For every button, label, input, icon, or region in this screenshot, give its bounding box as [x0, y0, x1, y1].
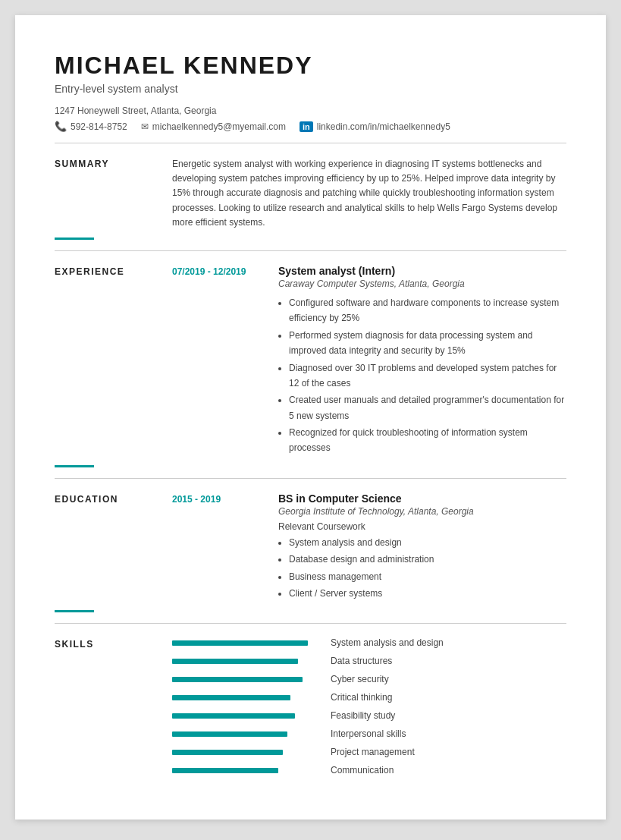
skill-bar-container [172, 713, 320, 719]
skill-bar-container [172, 731, 320, 737]
skills-heading: SKILLS [55, 639, 172, 650]
summary-label-col: SUMMARY [55, 157, 172, 230]
skill-row: Data structures [172, 656, 566, 666]
phone-number: 592-814-8752 [71, 121, 127, 132]
coursework-bullets: System analysis and design Database desi… [278, 535, 566, 602]
summary-text: Energetic system analyst with working ex… [172, 157, 566, 230]
skills-section: SKILLS System analysis and designData st… [55, 637, 566, 783]
skill-bar [172, 677, 303, 682]
linkedin-icon: in [300, 121, 313, 132]
experience-row: EXPERIENCE 07/2019 - 12/2019 System anal… [55, 265, 566, 458]
company-name: Caraway Computer Systems, Atlanta, Georg… [278, 278, 566, 289]
bullet-1: Configured software and hardware compone… [289, 295, 566, 326]
experience-accent-bar [55, 465, 94, 467]
email-icon: ✉ [141, 121, 149, 132]
course-1: System analysis and design [289, 535, 566, 550]
address: 1247 Honeywell Street, Atlanta, Georgia [55, 105, 566, 116]
summary-content: Energetic system analyst with working ex… [172, 157, 566, 230]
header: MICHAEL KENNEDY Entry-level system analy… [55, 52, 566, 143]
education-date: 2015 - 2019 [172, 494, 278, 505]
skill-bar [172, 768, 278, 773]
skill-bar-container [172, 750, 320, 755]
header-divider [55, 143, 566, 143]
email-contact: ✉ michaelkennedy5@myemail.com [141, 121, 286, 132]
education-divider [55, 623, 566, 624]
skill-row: System analysis and design [172, 637, 566, 648]
phone-icon: 📞 [55, 121, 67, 132]
bullet-3: Diagnosed over 30 IT problems and develo… [289, 360, 566, 392]
skill-row: Feasibility study [172, 710, 566, 721]
summary-section: SUMMARY Energetic system analyst with wo… [55, 157, 566, 251]
skill-bar-container [172, 640, 320, 646]
phone-contact: 📞 592-814-8752 [55, 121, 127, 132]
email-address: michaelkennedy5@myemail.com [152, 121, 286, 132]
contact-row: 📞 592-814-8752 ✉ michaelkennedy5@myemail… [55, 121, 566, 132]
skill-name: Communication [331, 765, 394, 776]
experience-date-col: 07/2019 - 12/2019 [172, 265, 278, 458]
skill-row: Project management [172, 747, 566, 757]
skills-bars: System analysis and designData structure… [172, 637, 566, 783]
skill-row: Cyber security [172, 674, 566, 684]
education-row: EDUCATION 2015 - 2019 BS in Computer Sci… [55, 492, 566, 603]
summary-row: SUMMARY Energetic system analyst with wo… [55, 157, 566, 230]
experience-heading: EXPERIENCE [55, 266, 172, 277]
bullet-4: Created user manuals and detailed progra… [289, 392, 566, 423]
skill-bar-container [172, 695, 320, 700]
education-accent-bar [55, 610, 94, 612]
experience-date: 07/2019 - 12/2019 [172, 266, 278, 277]
bullet-5: Recognized for quick troubleshooting of … [289, 425, 566, 456]
summary-accent-bar [55, 238, 94, 240]
skill-bar-container [172, 659, 320, 664]
experience-label-col: EXPERIENCE [55, 265, 172, 458]
skill-name: Data structures [331, 656, 392, 666]
skill-bar-container [172, 768, 320, 773]
skill-bar [172, 713, 295, 719]
skill-bar [172, 659, 298, 664]
experience-content: System analyst (Intern) Caraway Computer… [278, 265, 566, 458]
skill-name: Critical thinking [331, 692, 392, 703]
degree-text: BS in Computer Science [278, 492, 566, 505]
skill-bar [172, 640, 308, 646]
school-name: Georgia Institute of Technology, Atlanta… [278, 506, 566, 517]
experience-divider [55, 478, 566, 479]
skill-name: System analysis and design [331, 637, 444, 648]
coursework-label: Relevant Coursework [278, 521, 566, 532]
resume-container: MICHAEL KENNEDY Entry-level system analy… [15, 15, 606, 820]
skill-name: Feasibility study [331, 710, 395, 721]
skill-name: Project management [331, 747, 415, 757]
education-date-col: 2015 - 2019 [172, 492, 278, 603]
experience-section: EXPERIENCE 07/2019 - 12/2019 System anal… [55, 265, 566, 479]
course-3: Business management [289, 569, 566, 584]
job-title-text: System analyst (Intern) [278, 265, 566, 277]
skill-row: Critical thinking [172, 692, 566, 703]
skill-bar [172, 750, 283, 755]
course-4: Client / Server systems [289, 586, 566, 601]
skill-row: Communication [172, 765, 566, 776]
education-heading: EDUCATION [55, 494, 172, 505]
skill-bar [172, 695, 290, 700]
education-section: EDUCATION 2015 - 2019 BS in Computer Sci… [55, 492, 566, 624]
name: MICHAEL KENNEDY [55, 52, 566, 80]
education-content: BS in Computer Science Georgia Institute… [278, 492, 566, 603]
skill-row: Interpersonal skills [172, 728, 566, 739]
job-title: Entry-level system analyst [55, 83, 566, 95]
course-2: Database design and administration [289, 552, 566, 567]
experience-bullets: Configured software and hardware compone… [278, 295, 566, 456]
skills-label-col: SKILLS [55, 637, 172, 783]
skill-name: Cyber security [331, 674, 389, 684]
skill-bar-container [172, 677, 320, 682]
skill-bar [172, 731, 287, 737]
bullet-2: Performed system diagnosis for data proc… [289, 328, 566, 359]
summary-divider [55, 250, 566, 251]
skill-name: Interpersonal skills [331, 728, 406, 739]
education-label-col: EDUCATION [55, 492, 172, 603]
summary-heading: SUMMARY [55, 159, 172, 169]
linkedin-url: linkedin.com/in/michaelkennedy5 [317, 121, 450, 132]
linkedin-contact: in linkedin.com/in/michaelkennedy5 [300, 121, 450, 132]
